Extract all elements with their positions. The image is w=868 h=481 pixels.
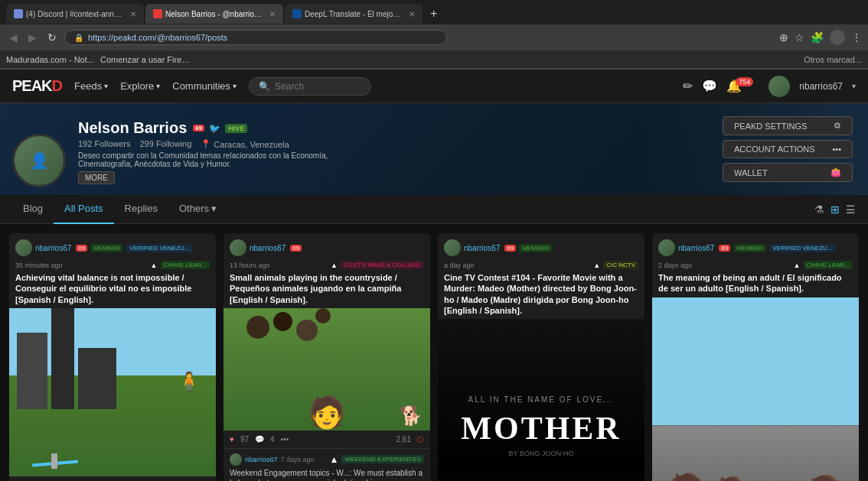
reload-button[interactable]: ↻	[44, 30, 60, 45]
tab-others[interactable]: Others ▾	[168, 195, 227, 224]
post-3-member-badge: MEMBER	[519, 244, 552, 252]
tab-peakd[interactable]: Nelson Barrios - @nbarrios67 | Pea... ✕	[145, 4, 283, 24]
profile-stats: 192 Followers 299 Following 📍 Caracas, V…	[78, 139, 369, 149]
tab-all-posts[interactable]: All Posts	[54, 195, 114, 224]
feeds-chevron: ▾	[104, 82, 108, 90]
post-1-title: Achieving vital balance is not impossibl…	[9, 272, 216, 308]
up-arrow-4: ▲	[794, 262, 801, 269]
chat-icon[interactable]: 💬	[702, 79, 717, 93]
post-3-level: 69	[504, 245, 516, 252]
post-3-header: nbarrios67 69 MEMBER a day ago ▲ C/C NCT…	[438, 233, 644, 272]
tab-discord[interactable]: (4) Discord | #context-announ... ✕	[6, 4, 144, 24]
tab-discord-label: (4) Discord | #context-announ...	[26, 10, 122, 18]
peakd-settings-button[interactable]: PEAKD SETTINGS ⚙	[723, 116, 853, 135]
grid-view-icon[interactable]: ⊞	[830, 203, 840, 216]
nav-communities[interactable]: Communities ▾	[172, 80, 237, 92]
post-2-payout: 2.61	[396, 435, 411, 444]
followers-count[interactable]: 192 Followers	[78, 139, 130, 149]
tab-deepl-label: DeepL Translate - El mejor trad...	[305, 10, 401, 18]
hive-badge: HIVE	[225, 124, 247, 133]
account-actions-button[interactable]: ACCOUNT ACTIONS •••	[723, 140, 853, 158]
tab-peakd-close[interactable]: ✕	[269, 10, 276, 18]
post-card-3[interactable]: nbarrios67 69 MEMBER a day ago ▲ C/C NCT…	[438, 233, 644, 481]
profile-details: Nelson Barrios 69 🐦 HIVE 192 Followers 2…	[78, 119, 369, 187]
bookmarks-bar: Maduradas.com - Not... Comenzar a usar F…	[0, 50, 868, 69]
nav-bar: ◀ ▶ ↻ 🔒 https://peakd.com/@nbarrios67/po…	[0, 24, 868, 50]
post-2-heart[interactable]: ♥	[230, 435, 234, 444]
notifications-wrapper[interactable]: 🔔 754	[726, 79, 759, 93]
post-4-header: nbarrios67 69 MEMBER VERIFIED VENEZU... …	[652, 233, 859, 272]
tab-discord-close[interactable]: ✕	[130, 10, 136, 18]
bookmark-firefox[interactable]: Comenzar a usar Firefox	[100, 55, 192, 64]
star-icon[interactable]: ☆	[795, 31, 804, 44]
sub-post-up-arrow: ▲	[330, 454, 339, 465]
peakd-header: PEAKD Feeds ▾ Explore ▾ Communities ▾ 🔍 …	[0, 70, 868, 103]
other-bookmarks[interactable]: Otros marcad...	[804, 55, 862, 64]
post-1-community[interactable]: C/HIVE LEAR...	[161, 261, 210, 269]
sub-post-author: nbarrios67	[245, 456, 278, 463]
up-arrow-1: ▲	[151, 262, 158, 269]
tab-blog[interactable]: Blog	[12, 195, 54, 224]
peakd-favicon	[153, 9, 162, 18]
post-1-header: nbarrios67 69 MEMBER VERIFIED VENEZU... …	[9, 233, 216, 272]
tab-deepl[interactable]: DeepL Translate - El mejor trad... ✕	[285, 4, 423, 24]
explore-chevron: ▾	[156, 82, 160, 90]
post-2-comment-icon: 💬	[255, 435, 264, 444]
tab-peakd-label: Nelson Barrios - @nbarrios67 | Pea...	[165, 10, 262, 18]
post-1-author[interactable]: nbarrios67	[35, 244, 71, 252]
post-1-time: 35 minutes ago	[15, 262, 63, 269]
post-3-community[interactable]: C/C NCTV	[603, 261, 638, 269]
address-bar[interactable]: 🔒 https://peakd.com/@nbarrios67/posts	[64, 30, 447, 45]
post-2-title: Small animals playing in the countryside…	[224, 272, 430, 308]
profile-info: 👤 Nelson Barrios 69 🐦 HIVE 192 Followers…	[12, 119, 369, 187]
extensions-icon[interactable]: 🧩	[811, 31, 824, 44]
forward-button[interactable]: ▶	[25, 30, 40, 45]
nav-feeds[interactable]: Feeds ▾	[74, 80, 108, 92]
profile-level-badge: 69	[193, 125, 204, 132]
more-button[interactable]: MORE	[78, 171, 115, 184]
sub-post-time: 7 days ago	[281, 456, 315, 463]
post-2-badge: C/LET'S MAKE A COLLAGE	[341, 261, 424, 269]
post-3-image: ALL IN THE NAME OF LOVE... MOTHER BY BON…	[438, 319, 644, 481]
pencil-icon[interactable]: ✏	[683, 79, 693, 93]
nav-explore[interactable]: Explore ▾	[120, 80, 160, 92]
post-2-time: 13 hours ago	[230, 262, 270, 269]
filter-icon[interactable]: ⚗	[814, 203, 824, 216]
post-4-author[interactable]: nbarrios67	[678, 244, 714, 252]
translate-icon[interactable]: ⊕	[779, 31, 788, 44]
profile-icon[interactable]	[830, 30, 845, 45]
tab-replies[interactable]: Replies	[114, 195, 168, 224]
post-3-avatar	[444, 239, 461, 256]
post-2-footer: ♥ 97 💬 4 ••• 2.61 ⬡	[224, 431, 430, 448]
new-tab-button[interactable]: +	[424, 4, 443, 24]
user-avatar-header[interactable]	[768, 76, 790, 97]
twitter-icon: 🐦	[209, 123, 220, 134]
wallet-icon: 👛	[830, 167, 841, 177]
post-4-level: 69	[719, 245, 730, 252]
profile-banner: 👤 Nelson Barrios 69 🐦 HIVE 192 Followers…	[0, 103, 868, 195]
back-button[interactable]: ◀	[6, 30, 21, 45]
post-4-time: 2 days ago	[658, 262, 692, 269]
post-card-4[interactable]: nbarrios67 69 MEMBER VERIFIED VENEZU... …	[652, 233, 859, 481]
bookmark-maduradas[interactable]: Maduradas.com - Not...	[6, 55, 94, 64]
peakd-logo[interactable]: PEAKD	[12, 77, 62, 95]
profile-name: Nelson Barrios	[78, 119, 187, 137]
post-2-author[interactable]: nbarrios67	[250, 244, 286, 252]
post-3-author[interactable]: nbarrios67	[464, 244, 500, 252]
search-input[interactable]	[275, 81, 361, 92]
profile-avatar[interactable]: 👤	[12, 134, 66, 187]
following-count[interactable]: 299 Following	[139, 139, 191, 149]
tab-deepl-close[interactable]: ✕	[409, 10, 415, 18]
list-view-icon[interactable]: ☰	[846, 203, 856, 216]
menu-icon[interactable]: ⋮	[851, 31, 862, 44]
post-3-title: Cine TV Contest #104 - Favorite Movie wi…	[438, 272, 644, 319]
post-card-1[interactable]: nbarrios67 69 MEMBER VERIFIED VENEZU... …	[9, 233, 216, 481]
username-header[interactable]: nbarrios67	[799, 81, 843, 92]
post-2-dots[interactable]: •••	[281, 435, 289, 444]
wallet-button[interactable]: WALLET 👛	[723, 163, 853, 182]
sub-post-2[interactable]: nbarrios67 7 days ago ▲ WEEKEND EXPERIEN…	[224, 448, 430, 481]
post-card-2[interactable]: nbarrios67 69 13 hours ago ▲ C/LET'S MAK…	[224, 233, 430, 481]
search-bar[interactable]: 🔍	[249, 77, 371, 96]
gear-icon: ⚙	[834, 121, 841, 131]
post-4-community[interactable]: C/HIVE LEAR...	[804, 261, 853, 269]
